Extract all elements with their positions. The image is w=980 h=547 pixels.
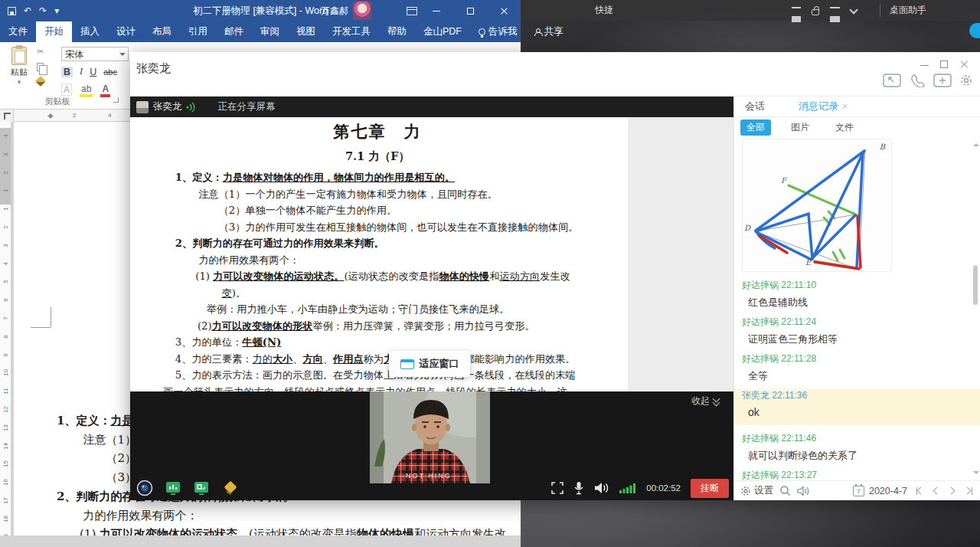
account-name[interactable]: 万鑫郝 [321,5,348,18]
tab-message-history[interactable]: 消息记录 [799,100,848,113]
ribbon-tab[interactable]: 设计 [108,21,144,42]
scroll-up-icon[interactable] [973,140,979,146]
camera-icon[interactable] [136,480,153,496]
doc-body: 1、定义：力是物体对物体的作用，物体间力的作用是相互的。注意（1）一个力的产生一… [163,169,592,391]
vertical-ruler[interactable]: 43211234567891011121314151617181920 [0,122,11,547]
chat-message-list[interactable]: B F D E 好达摔锅 22:11:10红色是辅助线好达摔锅 22:11:24… [734,137,980,480]
ribbon-tab[interactable]: 开发工具 [324,21,379,42]
quick-shortcut-label[interactable]: 快捷 [595,4,613,17]
ruler-number: 1 [2,185,9,196]
ruler-number: 15 [2,458,9,470]
bulb-icon [479,28,485,35]
message-sender-time: 好达摔锅 22:13:27 [742,469,971,480]
doc-line: （3）力的作用可发生在相互接触的物体间，也可以发生在不直接接触的物体间。 [163,219,592,236]
speaker-icon[interactable] [594,482,609,494]
chat-filter[interactable]: 图片 [785,120,815,136]
collapse-videos-button[interactable]: 收起 [691,395,720,408]
redo-icon[interactable]: ↷ [39,6,47,15]
maximize-button[interactable] [453,0,487,21]
clipboard-dialog-launcher[interactable] [113,97,119,103]
bold-button[interactable]: B [61,67,73,77]
share-screen-toggle-icon[interactable] [193,480,210,496]
ruler-number: 6 [2,294,9,306]
underline-button[interactable]: U [90,67,96,77]
ribbon-tab[interactable]: 引用 [180,21,216,42]
first-page-button[interactable] [915,486,926,496]
cut-icon[interactable]: ✂ [37,47,44,57]
desktop-assistant-label[interactable]: 桌面助手 [890,4,926,17]
settings-button[interactable]: 设置 [740,484,773,497]
ruler-number: 3 [2,240,9,251]
list-icon[interactable] [792,7,801,16]
history-date[interactable]: 2020-4-7 [869,486,907,496]
next-page-button[interactable] [947,486,958,496]
ribbon-tab[interactable]: 布局 [144,21,180,42]
qat-customize-icon[interactable]: ▾ [54,6,59,15]
ribbon-display-icon[interactable] [407,7,417,15]
hangup-button[interactable]: 挂断 [691,479,729,498]
text-effects-icon[interactable]: A [61,84,72,96]
lock-icon[interactable] [812,9,819,15]
ribbon-tab[interactable]: 插入 [72,21,108,42]
ribbon-tab[interactable]: 邮件 [216,21,252,42]
prev-page-button[interactable] [931,486,942,496]
doc-line: 变)。 [163,285,592,302]
font-name-select[interactable]: 宋体 [61,47,129,61]
scroll-down-icon[interactable] [973,471,979,477]
ribbon-tab[interactable]: 视图 [288,21,324,42]
geometry-image[interactable]: B F D E [742,139,892,272]
ribbon-tab[interactable]: 文件 [0,21,36,42]
undo-icon[interactable]: ↶ [24,6,31,15]
italic-button[interactable]: I [80,66,83,77]
paste-button[interactable]: 粘贴 ▾ [5,45,34,86]
chat-filter[interactable]: 文件 [829,120,860,136]
share-sound-icon[interactable] [165,480,181,496]
close-tab-icon[interactable] [842,101,848,112]
maximize-button[interactable] [940,58,952,70]
sound-button[interactable] [797,486,809,496]
strikethrough-button[interactable]: abc [103,67,117,77]
close-button[interactable] [960,58,972,70]
chat-scrollbar[interactable] [972,137,979,480]
share-screen-icon[interactable] [883,74,901,87]
tab-selector[interactable] [0,110,14,122]
last-page-button[interactable] [963,486,974,496]
fullscreen-icon[interactable] [551,482,564,494]
chat-filter[interactable]: 全部 [740,120,771,136]
message-text: 证明蓝色三角形相等 [742,332,964,346]
chevron-down-icon[interactable] [849,5,858,14]
tab-conversation[interactable]: 会话 [745,100,765,113]
ribbon-tab[interactable]: 开始 [36,21,72,42]
floating-helper-icon[interactable] [969,23,980,38]
ribbon-tab[interactable]: 共享 [526,21,572,42]
fit-window-button[interactable]: 适应窗口 [389,351,470,377]
webcam-video[interactable]: -NOT HING [370,391,490,483]
minimize-button[interactable] [420,0,453,21]
ribbon-tab[interactable]: 金山PDF [415,21,470,42]
calendar-icon[interactable]: 7 [853,486,864,496]
eraser-icon[interactable] [221,480,240,496]
doc-line: 力的作用效果有两个： [43,506,515,526]
text-boundary-mark [31,327,51,328]
voice-icon [186,103,197,112]
desktop-helper-bar: 快捷 桌面助手 [521,0,980,21]
scrollbar-thumb[interactable] [973,265,978,305]
ribbon-tab[interactable]: 告诉我 [470,21,526,42]
microphone-icon[interactable] [573,481,584,495]
ruler-number: 18 [2,513,9,525]
ribbon-tab[interactable]: 审阅 [252,21,288,42]
add-icon[interactable] [933,74,952,87]
ribbon-tab[interactable]: 帮助 [379,21,415,42]
text-boundary-mark [51,307,51,327]
chat-message: 好达摔锅 22:11:24证明蓝色三角形相等 [742,316,971,346]
search-button[interactable] [779,485,791,496]
gear-icon[interactable] [959,74,974,87]
menu-icon[interactable] [830,7,840,16]
minimize-button[interactable] [920,58,933,70]
close-button[interactable] [487,0,521,21]
format-painter-icon[interactable] [35,76,46,87]
phone-icon[interactable] [908,74,926,87]
avatar[interactable] [353,2,371,20]
copy-icon[interactable] [37,63,44,71]
save-icon[interactable] [8,7,16,15]
